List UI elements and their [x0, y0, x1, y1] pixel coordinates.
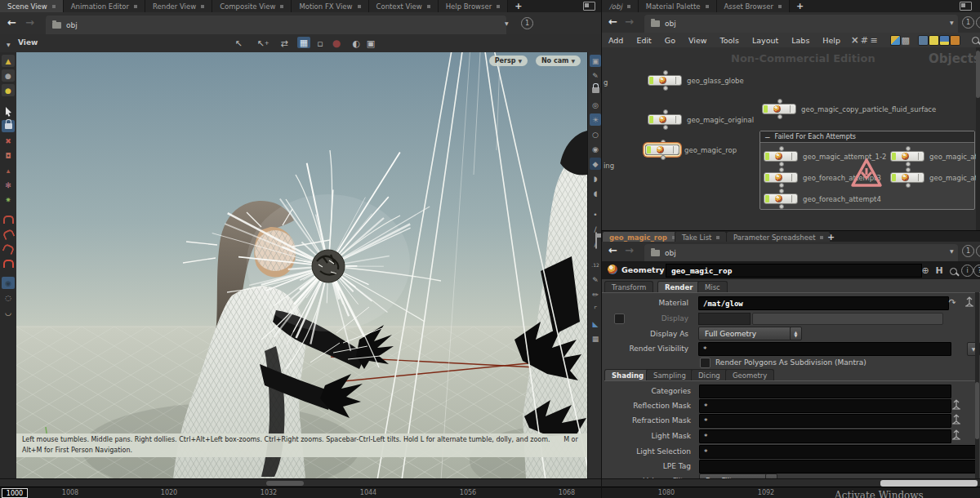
find-nodes-icon[interactable]	[970, 34, 980, 46]
subtab-shading[interactable]: Shading	[604, 369, 651, 381]
pane-maximize-icon[interactable]	[583, 2, 595, 11]
desktop-tab-help-browser[interactable]: Help Browser	[439, 0, 509, 12]
folder-tab-render[interactable]: Render	[657, 281, 700, 293]
node-name-field[interactable]: geo_magic_rop	[666, 264, 922, 278]
node-chooser-icon[interactable]	[951, 399, 962, 411]
forward-arrow-icon[interactable]: →	[625, 16, 634, 27]
light-mask-field[interactable]: *	[699, 429, 951, 443]
snap-settings-icon[interactable]: #	[860, 34, 870, 46]
select-geometry-icon[interactable]: ✖	[2, 135, 15, 147]
tab-options-dot[interactable]	[134, 5, 137, 8]
forward-arrow-icon[interactable]: →	[625, 245, 634, 256]
desktop-tab-context-view[interactable]: Context View	[369, 0, 439, 12]
menu-tools[interactable]: Tools	[714, 36, 746, 45]
snapshot-icon[interactable]: ▣	[590, 55, 601, 67]
tab-options-dot[interactable]	[778, 5, 782, 8]
subtab-dicing[interactable]: Dicing	[691, 369, 728, 381]
parameter-path-field[interactable]: obj	[644, 244, 958, 261]
render-visibility-field[interactable]: *	[698, 342, 951, 356]
wrench-tools-icon[interactable]: ×	[850, 34, 860, 46]
parameter-hscroll-handle[interactable]	[880, 480, 978, 487]
tab-options-dot[interactable]	[716, 236, 719, 239]
new-tab-button[interactable]: +	[790, 0, 810, 12]
network-overview-icon[interactable]	[939, 34, 950, 46]
node-geo-magic-att7[interactable]: geo_magic_att7	[890, 151, 924, 162]
menu-labs[interactable]: Labs	[785, 36, 816, 45]
tab-options-dot[interactable]	[201, 5, 204, 8]
display-as-spinner[interactable]: ▲▼	[790, 327, 802, 340]
pane-maximize-icon[interactable]	[960, 2, 972, 11]
new-tab-button[interactable]: +	[821, 231, 841, 242]
path-dropdown-caret[interactable]: ▼	[505, 20, 509, 26]
refraction-mask-field[interactable]: *	[699, 414, 951, 428]
current-frame-box[interactable]: 1000	[2, 488, 28, 498]
camera-lock-icon[interactable]	[590, 84, 601, 96]
camera-select-button[interactable]: No cam▼	[536, 56, 581, 66]
default-lighting-icon[interactable]: ☀	[590, 113, 601, 126]
menu-go[interactable]: Go	[658, 36, 682, 45]
tab-options-dot[interactable]	[358, 5, 361, 8]
subdivision-checkbox[interactable]	[700, 358, 710, 368]
view-plane-icon[interactable]: ◣	[590, 318, 601, 330]
node-geo-foreach-attempt3[interactable]: geo_foreach_attempt3	[764, 172, 798, 183]
snap-primitive-magnet-icon[interactable]	[2, 228, 15, 240]
path-dropdown-caret[interactable]: ▼	[950, 20, 954, 25]
node-geo-magic-rop[interactable]: geo_magic_rop	[645, 145, 679, 155]
node-geo-magic-original[interactable]: geo_magic_original	[648, 114, 682, 125]
desktop-tab-motion-fx-view[interactable]: Motion FX View	[292, 0, 368, 12]
tool-cone-icon[interactable]: ▲	[2, 55, 15, 67]
scene-path-field[interactable]: obj	[46, 16, 506, 34]
folder-tab-transform[interactable]: Transform	[604, 281, 653, 293]
back-arrow-icon[interactable]: ←	[608, 16, 617, 27]
scene-viewport[interactable]: Persp▼ No cam▼ Left mouse tumbles. Middl…	[16, 52, 587, 478]
tab-options-dot[interactable]	[52, 5, 56, 8]
desktop-tab-render-view[interactable]: Render View	[145, 0, 212, 12]
walkthrough-icon[interactable]: ◌	[2, 291, 15, 304]
select-objects-tool-icon[interactable]: ↖+	[256, 38, 270, 49]
select-dynamics-icon[interactable]: ✷	[2, 193, 15, 206]
lpe-tag-field[interactable]	[699, 460, 977, 474]
select-points-icon[interactable]: ◘	[2, 149, 15, 162]
shape-palette-grid-icon[interactable]: ▩	[901, 34, 911, 46]
link-editor-badge[interactable]: 1	[521, 17, 533, 29]
link-editor-badge[interactable]: 1	[962, 16, 974, 29]
display-attribs-icon[interactable]: ✏	[590, 288, 601, 300]
network-box-header[interactable]: − Failed For Each Attempts	[760, 131, 974, 143]
flipbook-icon[interactable]: ✎	[590, 69, 601, 82]
gear-settings-icon[interactable]: ⊕	[919, 265, 932, 276]
secure-selection-lock-icon[interactable]	[2, 120, 15, 132]
high-quality-light-icon[interactable]: ◉	[590, 143, 601, 155]
houdini-help-icon[interactable]: H	[933, 265, 946, 276]
list-view-icon[interactable]: ≡	[869, 34, 879, 46]
desktop-tab-asset-browser[interactable]: Asset Browser	[717, 0, 790, 12]
tab-options-dot[interactable]	[627, 5, 630, 8]
playbar-timeline[interactable]: 1000 1008 1020 1032 1044 1056 1068 1080 …	[0, 487, 980, 498]
display-as-dropdown[interactable]: Full Geometry	[698, 327, 797, 340]
toolbox-icon[interactable]	[950, 34, 960, 46]
node-geo-magic-attempt-1-2[interactable]: geo_magic_attempt_1-2	[764, 151, 798, 162]
tab-options-dot[interactable]	[497, 5, 500, 8]
snap-grid-magnet-icon[interactable]	[2, 213, 15, 225]
desktop-tab-scene-view[interactable]: Scene View	[0, 0, 64, 12]
node-geo-magic-att8[interactable]: geo_magic_att8	[890, 172, 924, 183]
render-flag-icon[interactable]: ●	[330, 38, 343, 49]
color-palette-grid-icon[interactable]	[890, 34, 901, 46]
point-numbers-icon[interactable]: .12	[590, 259, 601, 271]
snap-point-magnet-icon[interactable]	[2, 242, 15, 255]
network-vscrollbar[interactable]	[976, 47, 980, 230]
info-icon[interactable]: i	[961, 265, 973, 277]
node-geo-foreach-attempt4[interactable]: geo_foreach_attempt4	[764, 193, 798, 204]
tab-options-dot[interactable]	[427, 5, 430, 8]
select-tool-icon[interactable]: ↖	[232, 38, 245, 49]
secure-selection-icon[interactable]: ▫	[314, 38, 327, 49]
new-tab-button[interactable]: +	[508, 0, 528, 12]
tab-options-dot[interactable]	[280, 5, 283, 8]
tool-sphere-icon[interactable]: ●	[2, 69, 15, 82]
ghost-geometry-icon[interactable]: ◖	[590, 187, 601, 199]
menu-view[interactable]: View	[682, 36, 714, 45]
tab-options-dot[interactable]	[706, 5, 709, 8]
select-edges-icon[interactable]: ▴	[2, 164, 15, 176]
menu-help[interactable]: Help	[816, 36, 847, 45]
folder-tab-misc[interactable]: Misc	[697, 281, 728, 293]
network-path-field[interactable]: obj	[644, 15, 958, 33]
